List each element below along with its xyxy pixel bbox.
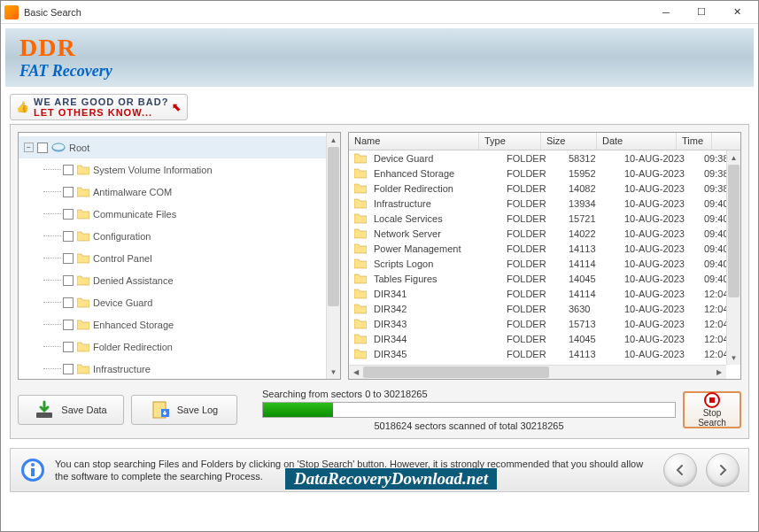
tree-item[interactable]: Communicate Files <box>19 203 340 225</box>
save-data-button[interactable]: Save Data <box>18 395 124 425</box>
progress-section: Searching from sectors 0 to 30218265 501… <box>244 389 676 431</box>
logo-text: DDR <box>19 35 740 60</box>
watermark-text: DataRecoveryDownload.net <box>285 468 497 490</box>
cell-date: 10-AUG-2023 <box>619 334 699 344</box>
tree-item[interactable]: Control Panel <box>19 247 340 269</box>
tree-item[interactable]: Antimalware COM <box>19 181 340 203</box>
collapse-icon[interactable]: − <box>24 143 34 152</box>
checkbox[interactable] <box>63 187 74 197</box>
list-row[interactable]: DIR344FOLDER1404510-AUG-202312:04 <box>349 331 740 346</box>
tree-root-item[interactable]: −Root <box>19 136 340 158</box>
svg-point-1 <box>52 143 65 150</box>
folder-icon <box>77 297 89 308</box>
tree-item[interactable]: Folder Redirection <box>19 335 340 358</box>
cell-date: 10-AUG-2023 <box>619 168 699 179</box>
list-row[interactable]: Power ManagementFOLDER1411310-AUG-202309… <box>349 241 740 256</box>
cell-date: 10-AUG-2023 <box>619 228 699 239</box>
list-row[interactable]: Tables FiguresFOLDER1404510-AUG-202309:4… <box>349 271 740 286</box>
col-type[interactable]: Type <box>479 133 541 150</box>
list-row[interactable]: Locale ServicesFOLDER1572110-AUG-202309:… <box>349 211 740 226</box>
stop-icon <box>704 392 720 408</box>
feedback-line1: WE ARE GOOD OR BAD? <box>34 96 168 107</box>
tree-item[interactable]: System Volume Information <box>19 158 340 181</box>
checkbox[interactable] <box>37 143 48 153</box>
col-size[interactable]: Size <box>541 133 597 150</box>
list-row[interactable]: DIR345FOLDER1411310-AUG-202312:04 <box>349 346 740 361</box>
cell-name: Power Management <box>368 243 501 254</box>
checkbox[interactable] <box>63 209 74 220</box>
progress-label-top: Searching from sectors 0 to 30218265 <box>262 389 676 399</box>
checkbox[interactable] <box>63 364 74 374</box>
cell-name: Tables Figures <box>368 274 501 284</box>
checkbox[interactable] <box>63 253 74 264</box>
cell-date: 10-AUG-2023 <box>619 289 699 299</box>
list-row[interactable]: DIR343FOLDER1571310-AUG-202312:04 <box>349 316 740 331</box>
cell-size: 13934 <box>563 198 619 209</box>
checkbox[interactable] <box>63 297 74 308</box>
folder-icon <box>77 275 89 286</box>
checkbox[interactable] <box>63 231 74 242</box>
checkbox[interactable] <box>63 275 74 286</box>
col-name[interactable]: Name <box>349 133 479 150</box>
list-row[interactable]: Enhanced StorageFOLDER1595210-AUG-202309… <box>349 166 740 181</box>
checkbox[interactable] <box>63 342 74 352</box>
app-icon <box>4 5 19 19</box>
folder-icon <box>77 231 89 242</box>
list-row[interactable]: InfrastructureFOLDER1393410-AUG-202309:4… <box>349 196 740 211</box>
tree-item[interactable]: Enhanced Storage <box>19 313 340 335</box>
progress-label-bottom: 5018624 sectors scanned of total 3021826… <box>262 420 676 431</box>
scroll-thumb[interactable] <box>728 165 740 297</box>
folder-icon <box>354 198 367 209</box>
scroll-up-icon[interactable]: ▲ <box>727 150 740 165</box>
cell-type: FOLDER <box>501 289 563 299</box>
cell-name: Infrastructure <box>368 198 501 209</box>
cell-date: 10-AUG-2023 <box>619 319 699 329</box>
close-button[interactable]: ✕ <box>719 2 755 23</box>
checkbox[interactable] <box>63 165 74 175</box>
list-row[interactable]: Scripts LogonFOLDER1411410-AUG-202309:40 <box>349 256 740 271</box>
cell-size: 15713 <box>563 319 619 329</box>
list-row[interactable]: Folder RedirectionFOLDER1408210-AUG-2023… <box>349 181 740 196</box>
list-row[interactable]: Device GuardFOLDER5831210-AUG-202309:38 <box>349 150 740 166</box>
save-log-button[interactable]: Save Log <box>131 395 237 425</box>
list-vscrollbar[interactable]: ▲ ▼ <box>726 150 740 365</box>
cell-type: FOLDER <box>501 153 563 164</box>
nav-back-button[interactable] <box>663 453 697 487</box>
folder-icon <box>77 209 89 220</box>
drive-icon <box>51 142 66 154</box>
list-row[interactable]: DIR342FOLDER363010-AUG-202312:04 <box>349 301 740 316</box>
scroll-down-icon[interactable]: ▼ <box>727 351 740 365</box>
cell-name: DIR341 <box>368 289 501 299</box>
scroll-thumb[interactable] <box>328 147 339 306</box>
checkbox[interactable] <box>63 320 74 330</box>
stop-search-button[interactable]: StopSearch <box>683 391 741 428</box>
scroll-up-icon[interactable]: ▲ <box>327 133 340 147</box>
list-row[interactable]: Network ServerFOLDER1402210-AUG-202309:4… <box>349 226 740 241</box>
maximize-button[interactable]: ☐ <box>684 2 719 23</box>
main-frame: −RootSystem Volume InformationAntimalwar… <box>10 124 749 439</box>
minimize-button[interactable]: ─ <box>648 2 684 23</box>
col-date[interactable]: Date <box>597 133 677 150</box>
tree-item[interactable]: Device Guard <box>19 291 340 313</box>
folder-icon <box>354 349 367 359</box>
cell-size: 14082 <box>563 183 619 194</box>
folder-icon <box>77 342 89 352</box>
scroll-thumb[interactable] <box>363 366 549 378</box>
tree-item[interactable]: Infrastructure <box>19 358 340 380</box>
tree-scrollbar[interactable]: ▲ ▼ <box>326 133 340 379</box>
col-time[interactable]: Time <box>677 133 712 150</box>
scroll-right-icon[interactable]: ▶ <box>712 366 726 379</box>
cell-date: 10-AUG-2023 <box>619 274 699 284</box>
list-hscrollbar[interactable]: ◀ ▶ <box>349 365 726 379</box>
list-row[interactable]: DIR341FOLDER1411410-AUG-202312:04 <box>349 286 740 301</box>
scroll-down-icon[interactable]: ▼ <box>327 365 340 379</box>
nav-forward-button[interactable] <box>706 453 740 487</box>
list-header: Name Type Size Date Time <box>349 133 740 150</box>
cell-name: Folder Redirection <box>368 183 501 194</box>
scroll-left-icon[interactable]: ◀ <box>349 366 363 379</box>
tree-item[interactable]: Configuration <box>19 225 340 247</box>
tree-item[interactable]: Denied Assistance <box>19 269 340 291</box>
save-log-icon <box>151 400 170 420</box>
feedback-button[interactable]: 👍 WE ARE GOOD OR BAD? LET OTHERS KNOW...… <box>10 94 188 120</box>
tree-item-label: Configuration <box>93 231 151 242</box>
